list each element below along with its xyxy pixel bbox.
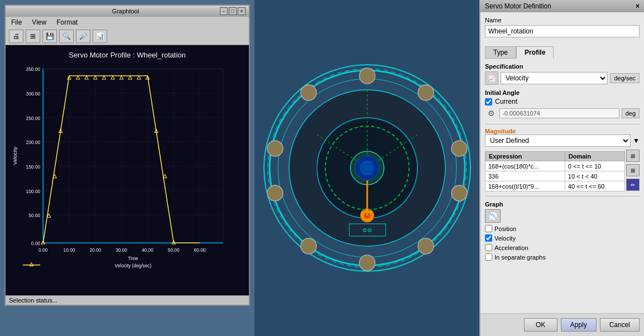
graph-area: Servo Motor Profile : Wheel_rotation — [6, 45, 249, 295]
name-input[interactable] — [485, 25, 640, 37]
svg-point-69 — [359, 68, 375, 84]
svg-text:10.00: 10.00 — [64, 247, 75, 253]
gear-visual: ⚙⚙ — [261, 62, 473, 274]
maximize-btn[interactable]: □ — [229, 7, 237, 15]
specification-row: 📈 Velocity Position deg/sec — [485, 71, 640, 85]
graph-section: Graph 📉 Position Velocity Acceleration — [485, 201, 640, 261]
minimize-btn[interactable]: − — [220, 7, 228, 15]
magnitude-select[interactable]: User Defined — [485, 135, 631, 147]
position-label: Position — [494, 225, 516, 232]
expression-table: Expression Domain 168+(cos(180)*c... 0 <… — [485, 151, 625, 191]
graph-icon-btn[interactable]: 📉 — [485, 209, 501, 223]
spec-select[interactable]: Velocity Position — [501, 72, 608, 84]
svg-text:40.00: 40.00 — [142, 247, 153, 253]
svg-text:250.00: 250.00 — [26, 116, 41, 121]
model-area: ⚙⚙ — [254, 0, 479, 336]
expr-btn-1[interactable]: ⊞ — [626, 164, 640, 176]
expr-cell-0-0: 168+(cos(180)*c... — [486, 161, 565, 171]
svg-point-71 — [451, 141, 467, 156]
graphtool-menubar: File View Format — [6, 17, 249, 28]
separate-graphs-label: In separate graphs — [494, 254, 546, 261]
specification-section: Specification 📈 Velocity Position deg/se… — [485, 63, 640, 85]
velocity-label: Velocity — [494, 235, 516, 242]
graphtool-window-buttons: − □ × — [220, 7, 246, 15]
expr-btn-2[interactable]: ✏ — [626, 179, 640, 191]
graphtool-titlebar: Graphtool − □ × — [6, 6, 249, 17]
spec-unit: deg/sec — [610, 73, 640, 83]
tab-profile[interactable]: Profile — [516, 46, 554, 59]
svg-point-74 — [359, 255, 375, 271]
svg-text:350.00: 350.00 — [26, 66, 41, 72]
svg-point-72 — [451, 185, 467, 201]
magnitude-section: Magnitude User Defined ▼ Expression Doma… — [485, 128, 640, 191]
acceleration-label: Acceleration — [494, 244, 528, 251]
menu-view[interactable]: View — [30, 18, 49, 27]
expr-row-2: 168+cos((t/10)*9... 40 <= t <= 60 — [486, 181, 625, 191]
servo-close-icon[interactable]: × — [636, 2, 640, 10]
svg-point-75 — [301, 238, 316, 254]
print-btn[interactable]: 🖨 — [9, 30, 23, 43]
graph-title: Servo Motor Profile : Wheel_rotation — [11, 51, 243, 59]
angle-input-row: ⚙ deg — [485, 107, 640, 119]
initial-angle-section: Initial Angle Current ⚙ deg — [485, 89, 640, 119]
svg-text:150.00: 150.00 — [26, 164, 41, 170]
graph-label: Graph — [485, 201, 640, 208]
svg-text:Velocity: Velocity — [12, 147, 18, 165]
magnitude-select-row: User Defined ▼ — [485, 135, 640, 147]
spec-icon: 📈 — [485, 71, 498, 85]
magnitude-label: Magnitude — [485, 128, 640, 135]
angle-unit: deg — [622, 108, 640, 118]
svg-text:0.00: 0.00 — [39, 247, 48, 253]
ok-button[interactable]: OK — [524, 318, 558, 332]
zoom-out-btn[interactable]: 🔎 — [76, 30, 90, 43]
cancel-button[interactable]: Cancel — [600, 318, 640, 332]
servo-titlebar: Servo Motor Definition × — [480, 0, 644, 12]
graphtool-window: Graphtool − □ × File View Format 🖨 ⊞ 💾 🔍… — [4, 4, 250, 306]
position-checkbox[interactable] — [485, 225, 492, 232]
tab-type[interactable]: Type — [485, 46, 516, 59]
svg-point-80 — [361, 161, 374, 175]
expression-table-container: Expression Domain 168+(cos(180)*c... 0 <… — [485, 149, 640, 191]
close-btn[interactable]: × — [238, 7, 246, 15]
svg-text:50.00: 50.00 — [28, 213, 40, 218]
current-label: Current — [495, 98, 517, 105]
svg-text:⚙⚙: ⚙⚙ — [362, 227, 372, 233]
svg-point-73 — [418, 238, 434, 254]
expr-row-1: 336 10 < t < 40 — [486, 171, 625, 181]
separate-graphs-checkbox[interactable] — [485, 253, 492, 261]
graph-checkboxes: Position Velocity Acceleration — [485, 225, 640, 251]
angle-icon: ⚙ — [485, 107, 497, 119]
expr-cell-0-1: 0 <= t <= 10 — [565, 161, 624, 171]
svg-point-78 — [301, 85, 316, 100]
name-section: Name — [485, 17, 640, 42]
servo-footer: OK Apply Cancel — [480, 313, 644, 336]
servo-panel: Servo Motor Definition × Name Type Profi… — [479, 0, 644, 336]
name-label: Name — [485, 17, 640, 23]
graphtool-status: Selection status... — [6, 295, 249, 305]
position-checkbox-item: Position — [485, 225, 528, 232]
menu-file[interactable]: File — [9, 18, 24, 27]
separate-graphs-row: In separate graphs — [485, 253, 640, 261]
graphtool-title: Graphtool — [31, 8, 220, 15]
save-btn[interactable]: 💾 — [42, 30, 57, 43]
chart-btn[interactable]: 📊 — [93, 30, 107, 43]
acceleration-checkbox[interactable] — [485, 244, 492, 251]
svg-point-76 — [267, 185, 283, 201]
expr-btn-0[interactable]: ⊞ — [626, 150, 640, 162]
servo-content: Name Type Profile Specification 📈 Veloci… — [480, 12, 644, 313]
zoom-in-btn[interactable]: 🔍 — [59, 30, 74, 43]
graph-check-col: Position Velocity Acceleration — [485, 225, 528, 251]
menu-format[interactable]: Format — [54, 18, 80, 27]
expr-buttons: ⊞ ⊞ ✏ — [626, 149, 640, 191]
expr-header-expression: Expression — [486, 152, 565, 161]
apply-button[interactable]: Apply — [561, 318, 597, 332]
current-checkbox-row: Current — [485, 98, 640, 105]
graphtool-toolbar: 🖨 ⊞ 💾 🔍 🔎 📊 — [6, 28, 249, 45]
svg-rect-1 — [43, 69, 223, 243]
current-checkbox[interactable] — [485, 98, 492, 105]
angle-input[interactable] — [499, 108, 619, 118]
svg-point-70 — [418, 85, 434, 100]
grid-btn[interactable]: ⊞ — [26, 30, 40, 43]
velocity-checkbox[interactable] — [485, 234, 492, 242]
svg-text:Velocity (deg/sec): Velocity (deg/sec) — [115, 263, 152, 268]
